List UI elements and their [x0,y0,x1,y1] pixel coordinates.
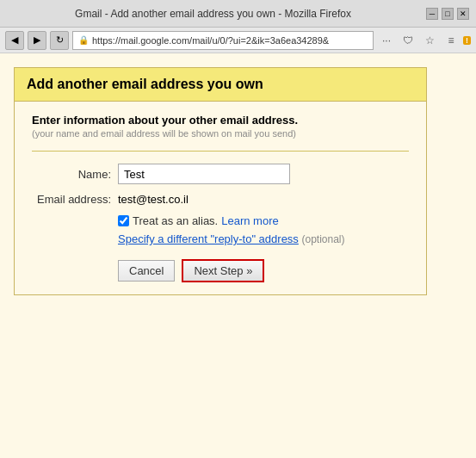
lock-icon: 🔒 [78,35,89,45]
url-text: https://mail.google.com/mail/u/0/?ui=2&i… [92,35,368,46]
alias-label: Treat as an alias. [133,214,218,227]
bookmark-icon[interactable]: ☆ [420,31,439,50]
page-content: Add another email address you own Enter … [0,53,476,458]
refresh-button[interactable]: ↻ [50,31,69,50]
dialog-header: Add another email address you own [15,68,426,102]
shield-icon[interactable]: 🛡 [399,31,417,50]
reply-to-row: Specify a different "reply-to" address (… [118,232,409,245]
back-button[interactable]: ◀ [5,31,24,50]
toolbar-icons: ··· 🛡 ☆ ≡ ! [377,31,471,50]
minimize-button[interactable]: ─ [426,8,438,20]
maximize-button[interactable]: □ [442,8,454,20]
window-controls[interactable]: ─ □ ✕ [426,8,469,20]
email-label: Email address: [32,193,118,206]
notification-badge: ! [463,36,471,45]
menu-icon[interactable]: ≡ [442,31,461,50]
forward-button[interactable]: ▶ [28,31,46,50]
optional-text-label: (optional) [302,233,345,245]
dialog-subtitle: Enter information about your other email… [32,114,409,127]
name-input[interactable] [118,164,290,184]
close-button[interactable]: ✕ [457,8,469,20]
next-step-button[interactable]: Next Step » [182,259,264,282]
cancel-button[interactable]: Cancel [118,260,175,282]
form-separator [32,151,409,152]
browser-titlebar: Gmail - Add another email address you ow… [0,0,476,28]
more-button[interactable]: ··· [377,31,396,50]
email-value: test@test.co.il [118,193,189,206]
alias-checkbox-row: Treat as an alias. Learn more [118,214,409,227]
learn-more-link[interactable]: Learn more [221,214,278,227]
dialog-box: Add another email address you own Enter … [14,67,427,295]
address-bar[interactable]: 🔒 https://mail.google.com/mail/u/0/?ui=2… [72,31,374,50]
alias-checkbox[interactable] [118,215,129,226]
browser-toolbar: ◀ ▶ ↻ 🔒 https://mail.google.com/mail/u/0… [0,28,476,53]
name-label: Name: [32,168,118,181]
button-row: Cancel Next Step » [118,259,409,282]
dialog-title: Add another email address you own [27,77,414,92]
name-row: Name: [32,164,409,184]
email-row: Email address: test@test.co.il [32,193,409,206]
dialog-hint: (your name and email address will be sho… [32,128,409,139]
dialog-body: Enter information about your other email… [15,102,426,294]
browser-title: Gmail - Add another email address you ow… [7,8,419,20]
reply-to-link[interactable]: Specify a different "reply-to" address [118,232,299,245]
